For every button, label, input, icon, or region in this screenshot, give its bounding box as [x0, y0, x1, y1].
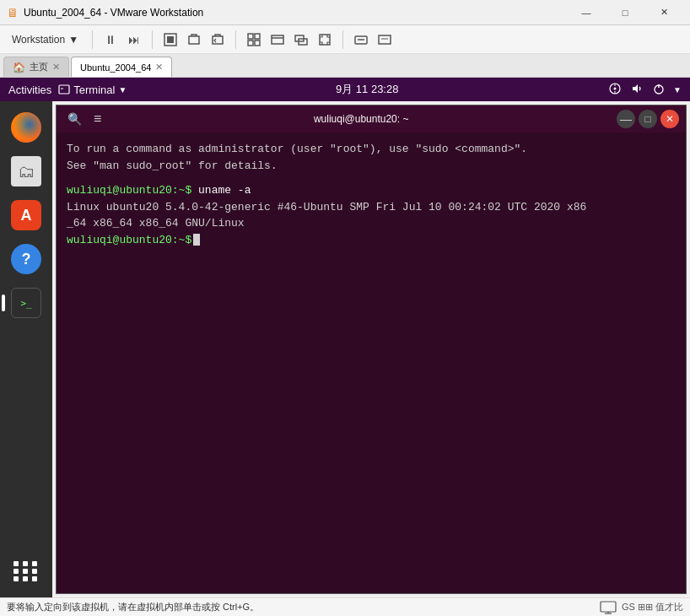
ubuntu-topbar: Activities Terminal ▼ 9月 11 23:28 — [0, 78, 690, 101]
view-menu-button[interactable] — [374, 29, 396, 51]
terminal-titlebar-right: — □ ✕ — [617, 110, 679, 128]
help-icon: ? — [11, 244, 41, 274]
workstation-menu[interactable]: Workstation ▼ — [5, 30, 85, 49]
terminal-minimize-button[interactable]: — — [617, 110, 635, 128]
tab-home[interactable]: 🏠 主页 ✕ — [3, 57, 69, 77]
terminal-menu-label: Terminal — [73, 84, 115, 96]
maximize-button[interactable]: □ — [606, 0, 644, 25]
terminal-titlebar-left: 🔍 ≡ — [63, 110, 105, 128]
terminal-line-intro1: To run a command as administrator (user … — [67, 141, 676, 158]
revert-button[interactable] — [207, 29, 229, 51]
pause-button[interactable]: ⏸ — [100, 29, 121, 51]
toolbar-divider-3 — [235, 30, 236, 49]
cursor — [193, 234, 200, 246]
volume-icon[interactable] — [629, 81, 644, 99]
prompt-2: wuliuqi@ubuntu20:~$ — [67, 234, 191, 246]
activities-button[interactable]: Activities — [8, 84, 51, 96]
title-bar-controls: — □ ✕ — [567, 0, 683, 25]
close-button[interactable]: ✕ — [644, 0, 683, 25]
toolbar-group-1: ⏸ ⏭ — [100, 29, 145, 51]
cmd-1: uname -a — [191, 184, 251, 197]
terminal-title: wuliuqi@ubuntu20: ~ — [105, 113, 617, 125]
workstation-dropdown-icon: ▼ — [68, 34, 78, 46]
title-bar-left: 🖥 Ubuntu_2004_64 - VMware Workstation — [7, 6, 203, 19]
dock-help[interactable]: ? — [7, 240, 46, 278]
terminal-window: 🔍 ≡ wuliuqi@ubuntu20: ~ — □ ✕ To run a c… — [56, 105, 687, 594]
svg-rect-15 — [59, 85, 69, 94]
prompt-1: wuliuqi@ubuntu20:~$ — [67, 184, 191, 197]
terminal-line-2: wuliuqi@ubuntu20:~$ — [67, 232, 676, 249]
terminal-menu[interactable]: Terminal ▼ — [58, 84, 127, 96]
home-icon: 🏠 — [13, 62, 25, 73]
terminal-search-button[interactable]: 🔍 — [63, 111, 86, 127]
tab-vm-label: Ubuntu_2004_64 — [80, 62, 151, 73]
svg-rect-10 — [320, 35, 330, 45]
intro-line-2: See "man sudo_root" for details. — [67, 159, 278, 172]
status-message: 要将输入定向到该虚拟机，请在虚拟机内部单击或按 Ctrl+G。 — [7, 601, 259, 613]
workstation-label: Workstation — [12, 34, 65, 46]
ubuntu-desktop: Activities Terminal ▼ 9月 11 23:28 — [0, 78, 690, 597]
terminal-menu-icon — [58, 84, 70, 95]
window-button[interactable] — [267, 29, 288, 51]
toolbar-divider-2 — [152, 30, 153, 49]
tab-home-close[interactable]: ✕ — [52, 62, 60, 72]
appstore-icon: A — [11, 200, 41, 230]
files-icon: 🗂 — [11, 156, 41, 186]
power-icon[interactable] — [651, 81, 666, 99]
next-button[interactable]: ⏭ — [123, 29, 145, 51]
vm-status-icon — [600, 601, 617, 614]
dock-app-grid[interactable] — [7, 552, 46, 591]
terminal-line-output2: _64 x86_64 x86_64 GNU/Linux — [67, 215, 676, 232]
firefox-icon — [11, 112, 41, 143]
terminal-line-output1: Linux ubuntu20 5.4.0-42-generic #46-Ubun… — [67, 199, 676, 216]
terminal-content[interactable]: To run a command as administrator (user … — [57, 132, 686, 593]
fullscreen-button[interactable] — [243, 29, 265, 51]
toolbar-divider-1 — [92, 30, 93, 49]
terminal-titlebar: 🔍 ≡ wuliuqi@ubuntu20: ~ — □ ✕ — [57, 105, 686, 132]
terminal-close-button[interactable]: ✕ — [660, 110, 679, 128]
ubuntu-topbar-left: Activities Terminal ▼ — [8, 84, 127, 96]
output-line-2: _64 x86_64 x86_64 GNU/Linux — [67, 217, 245, 230]
status-bar-right: GS ⊞⊞ 值才比 — [600, 601, 683, 614]
vm-area: Activities Terminal ▼ 9月 11 23:28 — [0, 78, 690, 597]
minimize-button[interactable]: — — [567, 0, 606, 25]
svg-marker-21 — [633, 84, 638, 93]
ubuntu-dock: 🗂 A ? >_ — [0, 101, 52, 597]
settings-arrow-icon[interactable]: ▼ — [673, 85, 682, 95]
terminal-menu-button[interactable]: ≡ — [89, 110, 105, 128]
unity-button[interactable] — [290, 29, 312, 51]
terminal-line-intro2: See "man sudo_root" for details. — [67, 158, 676, 175]
svg-point-18 — [614, 87, 617, 89]
toolbar-group-3 — [243, 29, 336, 51]
send-ctrlaltdel-button[interactable] — [350, 29, 372, 51]
tab-vm[interactable]: Ubuntu_2004_64 ✕ — [71, 57, 172, 77]
ubuntu-topbar-right: ▼ — [607, 81, 682, 99]
dock-firefox[interactable] — [7, 108, 46, 147]
terminal-line-1: wuliuqi@ubuntu20:~$ uname -a — [67, 182, 676, 199]
vm-settings-button[interactable] — [159, 29, 181, 51]
svg-rect-13 — [379, 35, 391, 44]
dock-files[interactable]: 🗂 — [7, 152, 46, 191]
main-content: 🗂 A ? >_ — [0, 101, 690, 597]
network-icon[interactable] — [607, 81, 623, 99]
app-icon: 🖥 — [7, 6, 19, 19]
grid-dots — [13, 561, 39, 581]
tab-home-label: 主页 — [30, 61, 48, 73]
terminal-maximize-button[interactable]: □ — [639, 110, 657, 128]
toolbar-group-4 — [350, 29, 396, 51]
title-bar: 🖥 Ubuntu_2004_64 - VMware Workstation — … — [0, 0, 690, 25]
terminal-dock-icon: >_ — [11, 288, 41, 318]
svg-rect-1 — [167, 36, 174, 43]
autofit-button[interactable] — [314, 29, 336, 51]
app-container: 🖥 Ubuntu_2004_64 - VMware Workstation — … — [0, 0, 690, 616]
dock-terminal[interactable]: >_ — [7, 284, 46, 322]
svg-rect-3 — [255, 34, 260, 39]
tab-vm-close[interactable]: ✕ — [155, 62, 163, 72]
toolbar-group-2 — [159, 29, 229, 51]
dock-appstore[interactable]: A — [7, 196, 46, 235]
snapshot-button[interactable] — [183, 29, 205, 51]
svg-rect-24 — [601, 602, 616, 612]
svg-rect-5 — [255, 41, 260, 46]
svg-rect-4 — [248, 41, 253, 46]
status-right-text: GS ⊞⊞ 值才比 — [622, 601, 683, 613]
